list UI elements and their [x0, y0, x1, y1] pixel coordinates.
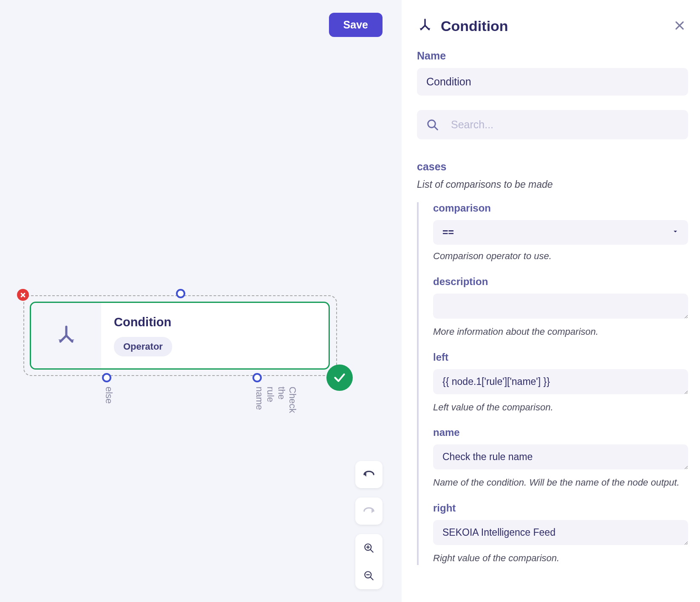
search-input[interactable] [417, 110, 688, 139]
name-field-label: Name [417, 50, 688, 62]
right-help: Right value of the comparison. [433, 552, 688, 565]
case-name-field[interactable] [433, 444, 688, 469]
port-label-check: Check the rule name [254, 387, 298, 413]
left-field[interactable] [433, 369, 688, 394]
left-label: left [433, 351, 688, 363]
zoom-out-button[interactable] [355, 562, 383, 589]
svg-point-9 [428, 120, 436, 127]
right-label: right [433, 502, 688, 514]
comparison-help: Comparison operator to use. [433, 250, 688, 263]
redo-button[interactable] [355, 497, 383, 525]
condition-icon [31, 303, 101, 368]
node-type-badge: Operator [114, 337, 172, 356]
node-valid-badge [326, 365, 353, 391]
workflow-canvas[interactable]: Save Condition Operator [0, 0, 402, 602]
panel-header-icon [417, 17, 433, 35]
panel-title: Condition [441, 18, 663, 34]
cases-section-title: cases [417, 161, 688, 173]
svg-line-5 [370, 577, 373, 580]
comparison-label: comparison [433, 202, 688, 214]
search-icon [426, 119, 439, 131]
node-title: Condition [114, 315, 172, 329]
port-label-else: else [103, 387, 114, 404]
description-label: description [433, 276, 688, 288]
name-field[interactable] [417, 68, 688, 96]
zoom-in-button[interactable] [355, 534, 383, 562]
left-help: Left value of the comparison. [433, 401, 688, 414]
right-field[interactable] [433, 520, 688, 545]
case-name-help: Name of the condition. Will be the name … [433, 476, 688, 489]
description-field[interactable] [433, 294, 688, 319]
condition-node[interactable]: Condition Operator else Check the rule n… [23, 295, 338, 376]
canvas-toolbox [355, 461, 383, 589]
input-port[interactable] [176, 289, 185, 298]
delete-node-button[interactable] [17, 289, 29, 301]
close-panel-button[interactable] [671, 17, 688, 35]
comparison-select[interactable]: == [433, 220, 688, 245]
undo-button[interactable] [355, 461, 383, 488]
output-port-else[interactable] [102, 373, 111, 382]
output-port-check[interactable] [252, 373, 262, 382]
properties-panel: Condition Name cases List of comparisons… [402, 0, 700, 602]
description-help: More information about the comparison. [433, 325, 688, 339]
case-name-label: name [433, 427, 688, 438]
svg-line-10 [435, 127, 437, 130]
cases-section-desc: List of comparisons to be made [417, 179, 688, 190]
svg-line-1 [370, 549, 373, 552]
case-item: comparison == Comparison operator to use… [417, 202, 688, 565]
save-button[interactable]: Save [329, 13, 383, 37]
